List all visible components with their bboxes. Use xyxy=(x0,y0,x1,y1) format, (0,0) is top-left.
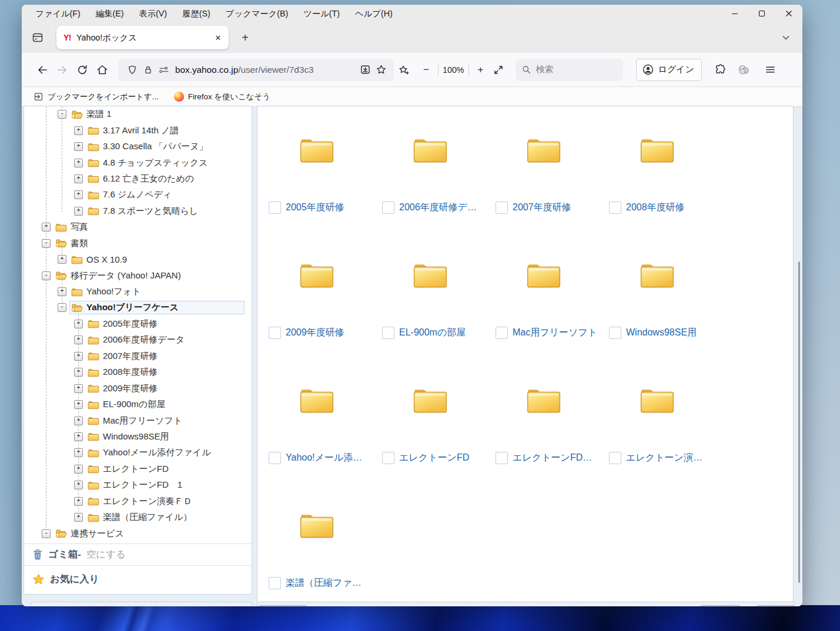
tree-item-label[interactable]: 2009年度研修 xyxy=(103,383,158,394)
folder-icon[interactable] xyxy=(88,481,99,490)
tree-row[interactable]: +7.8 スポーツと気晴らし xyxy=(24,203,252,219)
folder-checkbox[interactable] xyxy=(269,327,281,339)
new-tab-button[interactable]: + xyxy=(237,29,253,46)
tree-row[interactable]: +4.8 チョップスティックス xyxy=(24,155,252,170)
permissions-icon[interactable] xyxy=(156,62,172,78)
bookmark-firefox-item[interactable]: Firefox を使いこなそう xyxy=(174,92,270,102)
folder-icon[interactable] xyxy=(639,386,675,414)
folder-label[interactable]: 2007年度研修 xyxy=(513,202,571,214)
tree-row[interactable]: +2007年度研修 xyxy=(24,348,252,364)
tree-expand-toggle[interactable]: + xyxy=(74,384,83,393)
folder-icon[interactable] xyxy=(88,368,99,377)
tree-collapse-toggle[interactable]: - xyxy=(42,529,51,538)
tree-row[interactable]: +Yahoo!フォト xyxy=(24,284,252,300)
folder-open-icon[interactable] xyxy=(55,239,67,248)
menu-help[interactable]: ヘルプ(H) xyxy=(347,8,400,19)
folder-icon[interactable] xyxy=(88,513,99,522)
tree-collapse-toggle[interactable]: - xyxy=(42,271,51,280)
folder-icon[interactable] xyxy=(88,448,99,458)
tree-item-label[interactable]: エレクトーンFD 1 xyxy=(103,479,182,491)
list-tabs-chevron-icon[interactable] xyxy=(778,29,794,46)
tree-row[interactable]: +Mac用フリーソフト xyxy=(24,412,252,428)
reload-icon[interactable] xyxy=(72,60,92,80)
tree-item-label[interactable]: エレクトーン演奏ＦＤ xyxy=(103,496,192,507)
folder-icon[interactable] xyxy=(71,255,83,264)
folder-icon[interactable] xyxy=(55,223,67,232)
tree-expand-toggle[interactable]: + xyxy=(58,287,66,296)
tree-row[interactable]: +エレクトーン演奏ＦＤ xyxy=(24,494,252,509)
menu-tools[interactable]: ツール(T) xyxy=(296,8,347,19)
url-bar[interactable]: box.yahoo.co.jp/user/viewer/7d3c3 xyxy=(118,59,394,81)
folder-icon[interactable] xyxy=(299,386,335,414)
tree-item-label[interactable]: 書類 xyxy=(71,238,88,249)
url-text[interactable]: box.yahoo.co.jp/user/viewer/7d3c3 xyxy=(175,65,357,75)
tree-item-label[interactable]: OS X 10.9 xyxy=(86,254,127,264)
login-button[interactable]: ログイン xyxy=(636,59,702,81)
folder-open-icon[interactable] xyxy=(71,303,83,313)
folder-icon[interactable] xyxy=(412,136,449,164)
search-input[interactable]: 検索 xyxy=(516,59,623,81)
tree-row[interactable]: +2008年度研修 xyxy=(24,364,252,380)
tree-row[interactable]: +OS X 10.9 xyxy=(24,251,252,267)
menu-hamburger-icon[interactable] xyxy=(761,60,781,80)
zoom-level[interactable]: 100% xyxy=(443,65,464,75)
tree-item-label[interactable]: エレクトーンFD xyxy=(103,464,169,475)
folder-icon[interactable] xyxy=(299,261,335,289)
tree-item-label[interactable]: 2007年度研修 xyxy=(103,351,158,362)
tree-row[interactable]: +2006年度研修データ xyxy=(24,332,252,348)
tree-item-label[interactable]: 楽譜（圧縮ファイル） xyxy=(103,512,192,523)
folder-icon[interactable] xyxy=(88,335,99,345)
folder-icon[interactable] xyxy=(299,511,335,539)
extensions-icon[interactable] xyxy=(710,60,730,80)
folder-checkbox[interactable] xyxy=(496,202,508,214)
tab-close-icon[interactable]: ✕ xyxy=(211,31,225,45)
folder-icon[interactable] xyxy=(412,386,449,414)
tree-row[interactable]: +3.17 Avril 14th ノ譜 xyxy=(24,122,252,138)
forward-icon[interactable] xyxy=(52,60,72,80)
folder-checkbox[interactable] xyxy=(269,577,281,589)
tree-item-label[interactable]: 連携サービス xyxy=(71,528,124,539)
tree-item-label[interactable]: 7.8 スポーツと気晴らし xyxy=(103,206,198,217)
pagination-button-stub[interactable] xyxy=(259,605,307,606)
tree-expand-toggle[interactable]: + xyxy=(74,142,83,151)
folder-checkbox[interactable] xyxy=(609,327,621,339)
tree-expand-toggle[interactable]: + xyxy=(74,368,83,377)
folder-icon[interactable] xyxy=(639,261,675,289)
tree-expand-toggle[interactable]: + xyxy=(74,432,83,441)
trash-empty-action[interactable]: 空にする xyxy=(86,548,126,561)
folder-checkbox[interactable] xyxy=(269,452,281,464)
tree-expand-toggle[interactable]: + xyxy=(74,335,83,344)
menu-history[interactable]: 履歴(S) xyxy=(175,8,218,19)
tree-item-label[interactable]: 2008年度研修 xyxy=(103,367,158,378)
favorites-section[interactable]: お気に入り xyxy=(24,565,252,593)
page-scrollbar[interactable] xyxy=(798,261,800,583)
tree-item-label[interactable]: 2006年度研修データ xyxy=(103,334,185,345)
menu-view[interactable]: 表示(V) xyxy=(131,8,175,19)
maximize-button[interactable] xyxy=(748,5,775,22)
tree-expand-toggle[interactable]: + xyxy=(74,417,83,425)
folder-icon[interactable] xyxy=(412,261,449,289)
firefox-view-icon[interactable] xyxy=(29,29,46,46)
menu-edit[interactable]: 編集(E) xyxy=(88,8,132,19)
tree-item-label[interactable]: Mac用フリーソフト xyxy=(103,415,182,427)
folder-icon[interactable] xyxy=(88,351,99,361)
tree-row[interactable]: +Yahoo!メール添付ファイル xyxy=(24,445,252,461)
folder-icon[interactable] xyxy=(88,416,99,425)
folder-icon[interactable] xyxy=(88,142,99,152)
folder-label[interactable]: Windows98SE用 xyxy=(626,327,697,339)
tree-row[interactable]: +EL-900mの部屋 xyxy=(24,397,252,412)
lock-icon[interactable] xyxy=(140,62,156,78)
folder-checkbox[interactable] xyxy=(609,452,621,464)
bookmark-star-icon[interactable] xyxy=(373,62,389,78)
tree-collapse-toggle[interactable]: - xyxy=(58,110,66,119)
tree-item-label[interactable]: Yahoo!メール添付ファイル xyxy=(103,447,211,458)
home-icon[interactable] xyxy=(92,60,112,80)
tree-collapse-toggle[interactable]: - xyxy=(42,239,51,248)
folder-open-icon[interactable] xyxy=(55,529,67,538)
tree-item-label[interactable]: 6.12 亡き王女のための xyxy=(103,173,194,184)
tree-row[interactable]: -Yahoo!ブリーフケース xyxy=(24,300,252,316)
folder-checkbox[interactable] xyxy=(382,327,394,339)
tree-expand-toggle[interactable]: + xyxy=(74,207,83,216)
folder-checkbox[interactable] xyxy=(609,202,621,214)
tree-row[interactable]: +6.12 亡き王女のための xyxy=(24,171,252,187)
